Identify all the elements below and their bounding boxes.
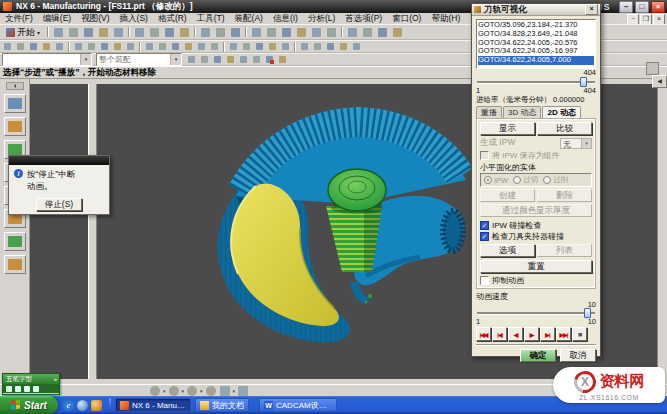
menu-file[interactable]: 文件(F)	[0, 13, 38, 25]
ime-softkeyboard-icon[interactable]	[33, 386, 39, 392]
toolbar-icon[interactable]	[229, 26, 242, 39]
toolbar-icon[interactable]	[2, 41, 13, 52]
snap-center-icon[interactable]	[220, 386, 230, 396]
stop-playback-button[interactable]: ■	[572, 327, 587, 341]
step-forward-button[interactable]: ▶|	[540, 327, 555, 341]
radio-excess-circle[interactable]	[543, 176, 551, 184]
save-ipw-checkbox[interactable]	[480, 151, 489, 160]
toolbar-icon[interactable]	[250, 26, 263, 39]
toolbar-icon[interactable]	[214, 26, 227, 39]
toolbar-icon[interactable]	[52, 26, 65, 39]
taskbar-item-nx[interactable]: NX 6 - Manufacturing -...	[115, 398, 191, 412]
toolbar-icon[interactable]	[225, 54, 236, 65]
toolbar-icon[interactable]	[186, 54, 197, 65]
toolbar-icon[interactable]	[125, 41, 136, 52]
toolbar-icon[interactable]	[264, 54, 275, 65]
snap-intersection-icon[interactable]	[206, 386, 216, 396]
toolbar-icon[interactable]	[97, 26, 110, 39]
goto-line-selected[interactable]: GOTO/34.622,24.005,7.000	[478, 56, 594, 65]
toolbar-icon[interactable]	[351, 41, 362, 52]
toolbar-icon[interactable]	[376, 26, 389, 39]
taskbar-item-word-doc[interactable]: W CADCAM设计.doc - Mi...	[259, 398, 337, 412]
scroll-left-icon[interactable]: ◀	[652, 75, 667, 88]
toolbar-icon[interactable]	[148, 26, 161, 39]
toolbar-icon[interactable]	[144, 41, 155, 52]
snap-quadrant-icon[interactable]	[238, 386, 248, 396]
resource-bar-collapse-button[interactable]	[6, 82, 24, 90]
slider-thumb[interactable]	[580, 77, 587, 87]
toolbar-icon[interactable]	[277, 54, 288, 65]
toolbar-icon[interactable]	[99, 41, 110, 52]
ime-mode-icon[interactable]	[6, 386, 12, 392]
menu-tools[interactable]: 工具(T)	[192, 13, 230, 25]
toolbar-icon[interactable]	[170, 41, 181, 52]
radio-overcut-circle[interactable]	[513, 176, 521, 184]
toolbar-icon[interactable]	[325, 41, 336, 52]
forward-to-end-button[interactable]: ▶▶|	[556, 327, 571, 341]
type-filter-combo[interactable]: ▾	[2, 53, 92, 66]
toolbar-icon[interactable]	[183, 41, 194, 52]
close-button[interactable]: ×	[651, 1, 665, 13]
stop-button[interactable]: 停止(S)	[36, 198, 82, 211]
play-forward-button[interactable]: ▶	[524, 327, 539, 341]
tab-replay[interactable]: 重播	[476, 106, 502, 118]
tab-3d-dynamic[interactable]: 3D 动态	[503, 106, 541, 118]
progress-slider[interactable]	[476, 77, 596, 87]
chevron-down-icon[interactable]: ▾	[80, 54, 91, 65]
snap-midpoint-icon[interactable]	[187, 386, 197, 396]
toolbar-icon[interactable]	[54, 41, 65, 52]
quick-launch-icon[interactable]	[91, 400, 102, 411]
chevron-down-icon[interactable]: ▾	[163, 388, 166, 394]
toolbar-icon[interactable]	[295, 26, 308, 39]
suppress-animation-checkbox[interactable]	[480, 276, 489, 285]
toolbar-icon[interactable]	[112, 41, 123, 52]
create-button[interactable]: 创建	[480, 189, 535, 202]
chevron-down-icon[interactable]: ▾	[182, 388, 185, 394]
toolbar-icon[interactable]	[346, 26, 359, 39]
resource-tab-constraint-navigator[interactable]	[4, 117, 26, 136]
toolbar-icon[interactable]	[241, 41, 252, 52]
menu-assemblies[interactable]: 装配(A)	[230, 13, 268, 25]
generate-ipw-select[interactable]: 无 ▾	[560, 138, 592, 149]
radio-excess[interactable]: 过削	[543, 175, 568, 185]
animation-speed-slider[interactable]	[476, 308, 596, 318]
goto-line-list[interactable]: GOTO/35.096,23.184,-21.370 GOTO/34.828,2…	[476, 19, 596, 69]
ipw-collision-checkbox[interactable]: ✓	[480, 221, 489, 230]
play-backward-button[interactable]: ◀	[508, 327, 523, 341]
toolbar-icon[interactable]	[15, 41, 26, 52]
resource-tab-roles[interactable]	[4, 255, 26, 274]
resource-bar-splitter[interactable]	[88, 84, 97, 379]
ok-button[interactable]: 确定	[520, 349, 556, 362]
list-button[interactable]: 列表	[537, 244, 592, 257]
taskbar-item-my-documents[interactable]: 我的文档	[195, 398, 249, 412]
menu-edit[interactable]: 编辑(E)	[38, 13, 76, 25]
toolbar-icon[interactable]	[280, 26, 293, 39]
toolbar-icon[interactable]	[41, 41, 52, 52]
toolbar-icon[interactable]	[310, 26, 323, 39]
tab-2d-dynamic[interactable]: 2D 动态	[542, 106, 580, 118]
toolbar-icon[interactable]	[267, 41, 278, 52]
rewind-to-start-button[interactable]: |◀◀	[476, 327, 491, 341]
reset-button[interactable]: 重置	[480, 260, 592, 273]
show-button[interactable]: 显示	[480, 122, 535, 135]
toolbar-icon[interactable]	[73, 41, 84, 52]
snap-sphere-icon[interactable]	[150, 386, 160, 396]
radio-overcut[interactable]: 过切	[513, 175, 538, 185]
menu-preferences[interactable]: 首选项(P)	[340, 13, 387, 25]
toolbar-icon[interactable]	[82, 26, 95, 39]
selection-scope-combo[interactable]: 整个装配 ▾	[96, 53, 182, 66]
toolbar-icon[interactable]	[157, 41, 168, 52]
ime-punctuation-icon[interactable]	[24, 386, 30, 392]
maximize-button[interactable]: □	[635, 1, 649, 13]
internet-explorer-icon[interactable]: e	[63, 400, 74, 411]
windows-start-button[interactable]: Start	[0, 396, 58, 414]
slider-thumb[interactable]	[584, 308, 591, 318]
toolbar-icon[interactable]	[265, 26, 278, 39]
toolbar-icon[interactable]	[391, 26, 404, 39]
menu-analysis[interactable]: 分析(L)	[303, 13, 340, 25]
toolbar-icon[interactable]	[338, 41, 349, 52]
menu-window[interactable]: 窗口(O)	[387, 13, 426, 25]
toolbar-icon[interactable]	[86, 41, 97, 52]
quick-launch-icon[interactable]	[77, 400, 88, 411]
toolbar-icon[interactable]	[209, 41, 220, 52]
